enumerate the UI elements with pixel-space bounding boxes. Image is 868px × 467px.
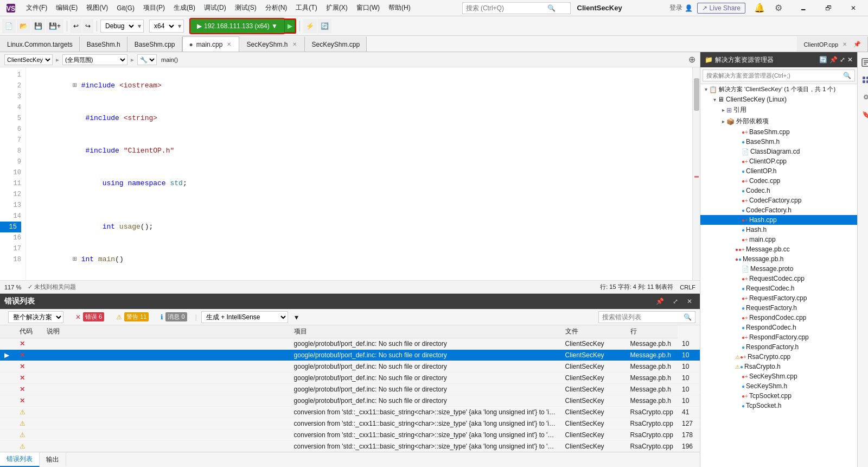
error-search-input[interactable] xyxy=(602,313,684,321)
error-row[interactable]: ✕google/protobuf/port_def.inc: No such f… xyxy=(0,361,700,373)
minimize-button[interactable]: 🗕 xyxy=(791,0,816,16)
tree-file-item[interactable]: ● RespondFactory.h xyxy=(700,342,857,352)
tree-file-item[interactable]: ●+ Codec.cpp xyxy=(700,176,857,186)
menu-project[interactable]: 项目(P) xyxy=(139,0,169,16)
tree-file-item[interactable]: ●+ main.cpp xyxy=(700,235,857,244)
expand-arrow[interactable]: ▸ xyxy=(720,107,726,113)
tab-seckeyshm-h[interactable]: SecKeyShm.h ✕ xyxy=(239,36,304,52)
tree-file-item[interactable]: ●+ Hash.cpp xyxy=(700,215,857,225)
undo-button[interactable]: ↩ xyxy=(71,19,81,33)
col-line[interactable]: 行 xyxy=(626,325,678,338)
tree-file-item[interactable]: ●+ CodecFactory.cpp xyxy=(700,195,857,205)
tree-file-item[interactable]: ● TcpSocket.h xyxy=(700,401,857,411)
col-desc[interactable]: 说明 xyxy=(42,325,290,338)
search-input[interactable] xyxy=(466,4,547,12)
error-row[interactable]: ✕google/protobuf/port_def.inc: No such f… xyxy=(0,384,700,395)
tree-file-item[interactable]: 📄 Message.proto xyxy=(700,264,857,274)
tree-file-item[interactable]: ● ClientOP.h xyxy=(700,166,857,176)
tab-output[interactable]: 输出 xyxy=(40,453,66,466)
scope-filter[interactable]: 整个解决方案 xyxy=(4,310,67,325)
tree-file-item[interactable]: ● Codec.h xyxy=(700,186,857,195)
tree-file-item[interactable]: 📄 ClassDiagram.cd xyxy=(700,147,857,156)
tab-close-button[interactable]: ✕ xyxy=(291,41,298,48)
tree-file-item[interactable]: ⚠ ●+ RsaCrypto.cpp xyxy=(700,352,857,362)
properties-icon-btn[interactable]: ⚙ xyxy=(858,89,868,105)
tree-file-item[interactable]: ⚠ ● RsaCrypto.h xyxy=(700,362,857,371)
tree-file-item[interactable]: ●+ RespondFactory.cpp xyxy=(700,332,857,342)
run-button[interactable]: ▶ 192.168.111.133 (x64) ▼ xyxy=(190,19,284,33)
tab-main-cpp[interactable]: ● main.cpp ✕ xyxy=(182,36,240,52)
col-project[interactable]: 项目 xyxy=(290,325,561,338)
menu-file[interactable]: 文件(F) xyxy=(22,0,52,16)
tree-file-item[interactable]: ●+ RequestCodec.cpp xyxy=(700,274,857,283)
menu-tools[interactable]: 工具(T) xyxy=(291,0,321,16)
tree-file-item[interactable]: ● BaseShm.h xyxy=(700,137,857,147)
menu-test[interactable]: 测试(S) xyxy=(231,0,261,16)
redo-button[interactable]: ↪ xyxy=(82,19,93,33)
tab-seckeyshm-cpp[interactable]: SecKeyShm.cpp xyxy=(305,36,367,52)
refresh-button[interactable]: 🔄 xyxy=(318,19,331,33)
editor-scrollbar[interactable] xyxy=(692,67,700,280)
platform-dropdown[interactable]: x64 ▾ xyxy=(149,20,184,33)
notification-icon[interactable]: 🔔 xyxy=(750,0,769,16)
explorer-search-input[interactable] xyxy=(706,72,843,79)
tree-file-item[interactable]: ● RespondCodec.h xyxy=(700,323,857,332)
error-row[interactable]: ✕google/protobuf/port_def.inc: No such f… xyxy=(0,373,700,384)
menu-window[interactable]: 窗口(W) xyxy=(352,0,384,16)
scope-select[interactable]: 整个解决方案 xyxy=(8,311,63,323)
error-search[interactable]: 🔍 xyxy=(598,311,695,323)
function-select[interactable]: 🔧 xyxy=(137,54,157,65)
error-row[interactable]: ⚠conversion from 'std::_cxx11::basic_str… xyxy=(0,418,700,430)
tab-pin-button[interactable]: 📌 xyxy=(853,41,861,48)
tree-file-item[interactable]: ● ●+ Message.pb.cc xyxy=(700,244,857,254)
tree-file-item[interactable]: ● CodecFactory.h xyxy=(700,205,857,215)
tree-file-item[interactable]: ● ● Message.pb.h xyxy=(700,254,857,264)
menu-view[interactable]: 视图(V) xyxy=(82,0,112,16)
save-button[interactable]: 💾 xyxy=(31,19,45,33)
save-all-button[interactable]: 💾+ xyxy=(46,19,63,33)
tree-file-item[interactable]: ● RequestFactory.h xyxy=(700,303,857,313)
close-button[interactable]: ✕ xyxy=(841,0,866,16)
col-code[interactable]: 代码 xyxy=(15,325,42,338)
menu-debug[interactable]: 调试(D) xyxy=(200,0,231,16)
menu-analyze[interactable]: 分析(N) xyxy=(261,0,292,16)
menu-extensions[interactable]: 扩展(X) xyxy=(322,0,352,16)
tree-file-item[interactable]: ● RequestCodec.h xyxy=(700,283,857,293)
expand-arrow[interactable]: ▸ xyxy=(720,118,726,124)
add-file-button[interactable]: ⊕ xyxy=(688,54,695,65)
tab-linux-targets[interactable]: Linux.Common.targets xyxy=(0,36,80,52)
tree-file-item[interactable]: ●+ SecKeyShm.cpp xyxy=(700,371,857,381)
line-ending[interactable]: CRLF xyxy=(680,284,695,291)
tab-error-list[interactable]: 错误列表 xyxy=(0,452,40,467)
solution-explorer-icon-btn[interactable] xyxy=(858,54,868,71)
pin-icon[interactable]: 📌 xyxy=(653,296,667,306)
open-file-button[interactable]: 📂 xyxy=(17,19,30,33)
tree-solution-root[interactable]: ▾ 📋 解决方案 'ClientSecKey' (1 个项目，共 1 个) xyxy=(700,84,857,94)
error-row[interactable]: ✕google/protobuf/port_def.inc: No such f… xyxy=(0,395,700,407)
platform-select[interactable]: x64 xyxy=(150,22,176,30)
warning-filter[interactable]: ⚠ 警告 11 xyxy=(112,311,152,323)
tree-file-item[interactable]: ● SecKeyShm.h xyxy=(700,381,857,391)
global-scope-select[interactable]: (全局范围) xyxy=(62,54,127,65)
tree-external-deps[interactable]: ▸ 📦 外部依赖项 xyxy=(700,116,857,127)
tree-references[interactable]: ▸ ⊞ 引用 xyxy=(700,104,857,116)
menu-git[interactable]: Git(G) xyxy=(112,0,139,16)
explorer-float-icon[interactable]: ⤢ xyxy=(840,56,845,64)
restore-button[interactable]: 🗗 xyxy=(816,0,841,16)
tab-close-button[interactable]: ✕ xyxy=(226,41,232,48)
bookmark-icon-btn[interactable]: 🔖 xyxy=(858,106,868,123)
tree-project[interactable]: ▾ 🖥 ClientSecKey (Linux) xyxy=(700,94,857,104)
tab-baseshm-h[interactable]: BaseShm.h xyxy=(80,36,127,52)
tab-clientop-cpp[interactable]: ClientOP.cpp ✕ 📌 xyxy=(797,36,868,52)
close-panel-button[interactable]: ✕ xyxy=(684,296,695,306)
col-file[interactable]: 文件 xyxy=(561,325,626,338)
tab-close-button[interactable]: ✕ xyxy=(841,41,848,48)
menu-help[interactable]: 帮助(H) xyxy=(384,0,415,16)
error-filter[interactable]: ✕ 错误 6 xyxy=(72,311,108,323)
error-row[interactable]: ⚠conversion from 'std::_cxx11::basic_str… xyxy=(0,441,700,452)
live-share-button[interactable]: ↗ Live Share xyxy=(697,3,745,14)
explorer-sync-icon[interactable]: 🔄 xyxy=(819,56,827,64)
debug-mode-dropdown[interactable]: Debug ▾ xyxy=(100,20,144,33)
menu-edit[interactable]: 编辑(E) xyxy=(52,0,82,16)
message-filter[interactable]: ℹ 消息 0 xyxy=(157,311,190,323)
